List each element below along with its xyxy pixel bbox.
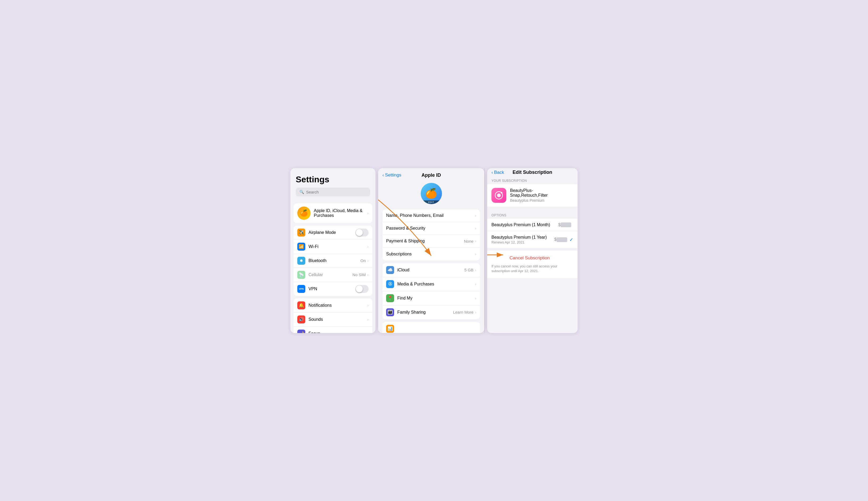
find-my-icon-bg: 📍 <box>386 294 394 302</box>
search-bar[interactable]: 🔍 <box>296 188 370 196</box>
sounds-icon-bg: 🔊 <box>297 316 305 323</box>
notifications-icon: 🔔 <box>299 303 304 308</box>
find-my-label: Find My <box>397 296 475 301</box>
sounds-item[interactable]: 🔊 Sounds › <box>294 312 372 327</box>
settings-title: Settings <box>296 174 370 184</box>
app-details: BeautyPlus-Snap,Retouch,Filter Beautyplu… <box>510 188 548 203</box>
profile-chevron: › <box>367 211 369 215</box>
app-icon <box>491 188 506 203</box>
apple-id-panel: ‹ Settings Apple ID 🍊 EDIT Name, Phone N… <box>378 168 484 333</box>
edit-badge: EDIT <box>421 200 442 204</box>
yearly-label: Beautyplus Premium (1 Year) <box>491 235 554 240</box>
password-security-label: Password & Security <box>386 226 475 231</box>
wifi-item[interactable]: 📶 Wi-Fi › <box>294 240 372 254</box>
focus-chevron: › <box>367 331 369 333</box>
bluetooth-label: Bluetooth <box>308 258 360 263</box>
icloud-label: iCloud <box>397 268 464 273</box>
cellular-chevron: › <box>367 273 369 277</box>
extra-group: 📊 <box>382 322 480 333</box>
apple-id-avatar[interactable]: 🍊 EDIT <box>421 183 442 204</box>
vpn-item[interactable]: VPN VPN <box>294 282 372 296</box>
notifications-item[interactable]: 🔔 Notifications › <box>294 298 372 312</box>
password-security-item[interactable]: Password & Security › <box>382 222 480 235</box>
bluetooth-value: On <box>360 258 366 263</box>
beautyplus-icon-svg <box>493 189 505 202</box>
apple-id-scroll: 🍊 EDIT Name, Phone Numbers, Email › Pass… <box>378 180 484 333</box>
app-subscription-tier: Beautyplus Premium <box>510 198 548 203</box>
airplane-toggle-thumb <box>356 229 363 236</box>
subscription-title: Edit Subscription <box>512 170 552 175</box>
airplane-mode-item[interactable]: ✈️ Airplane Mode <box>294 226 372 240</box>
monthly-price-blur <box>561 223 571 227</box>
vpn-toggle[interactable] <box>355 285 369 293</box>
options-header: OPTIONS <box>487 209 578 219</box>
payment-shipping-label: Payment & Shipping <box>386 239 464 244</box>
airplane-icon-bg: ✈️ <box>297 228 305 236</box>
wifi-icon-bg: 📶 <box>297 243 305 250</box>
name-phone-email-item[interactable]: Name, Phone Numbers, Email › <box>382 210 480 222</box>
yearly-option[interactable]: Beautyplus Premium (1 Year) Renews Apr 1… <box>487 231 578 248</box>
settings-panel: Settings 🔍 🍊 Apple ID, iCloud, Media & P… <box>290 168 375 333</box>
family-sharing-item[interactable]: 👨‍👩‍👦 Family Sharing Learn More › <box>382 306 480 319</box>
bluetooth-icon-bg: ✱ <box>297 257 305 265</box>
find-my-item[interactable]: 📍 Find My › <box>382 291 480 306</box>
find-my-icon: 📍 <box>388 296 393 301</box>
subscription-scroll: YOUR SUBSCRIPTION <box>487 174 578 333</box>
subscriptions-item[interactable]: Subscriptions › <box>382 248 480 260</box>
family-sharing-icon-bg: 👨‍👩‍👦 <box>386 308 394 316</box>
yearly-price-blur <box>557 237 567 242</box>
bluetooth-item[interactable]: ✱ Bluetooth On › <box>294 254 372 268</box>
profile-label: Apple ID, iCloud, Media & Purchases <box>314 209 367 218</box>
media-purchases-item[interactable]: Ⓐ Media & Purchases › <box>382 277 480 291</box>
settings-header: Settings 🔍 <box>290 168 375 203</box>
wifi-icon: 📶 <box>299 244 304 249</box>
sub-back-chevron-icon: ‹ <box>491 170 493 175</box>
app-info-row: BeautyPlus-Snap,Retouch,Filter Beautyplu… <box>487 184 578 206</box>
subscriptions-chevron: › <box>475 252 476 256</box>
cancel-subscription-button[interactable]: Cancel Subscription <box>509 255 550 261</box>
icloud-group: ☁️ iCloud 5 GB › Ⓐ Media & Purchases › 📍 <box>382 263 480 319</box>
payment-shipping-value: None <box>464 239 473 244</box>
sounds-chevron: › <box>367 317 369 322</box>
your-subscription-header: YOUR SUBSCRIPTION <box>487 174 578 184</box>
notifications-group: 🔔 Notifications › 🔊 Sounds › 🌙 F <box>294 298 372 333</box>
bluetooth-icon: ✱ <box>300 259 303 263</box>
search-input[interactable] <box>306 190 367 194</box>
yearly-renews: Renews Apr 12, 2021 <box>491 240 554 244</box>
vpn-icon-bg: VPN <box>297 285 305 293</box>
media-purchases-chevron: › <box>475 282 476 286</box>
cancel-description: If you cancel now, you can still access … <box>491 264 573 274</box>
profile-item[interactable]: 🍊 Apple ID, iCloud, Media & Purchases › <box>294 203 372 223</box>
icloud-icon: ☁️ <box>388 267 393 273</box>
apple-id-back-button[interactable]: ‹ Settings <box>382 172 401 178</box>
airplane-toggle[interactable] <box>355 228 369 236</box>
yearly-price: $ <box>554 237 567 242</box>
search-icon: 🔍 <box>299 190 304 194</box>
apple-id-menu-group: Name, Phone Numbers, Email › Password & … <box>382 210 480 260</box>
wifi-chevron: › <box>367 245 369 249</box>
airplane-icon: ✈️ <box>299 230 304 235</box>
svg-point-4 <box>501 192 502 193</box>
payment-shipping-chevron: › <box>475 239 476 243</box>
cellular-item[interactable]: 📡 Cellular No SIM › <box>294 268 372 282</box>
extra-icon-bg: 📊 <box>386 325 394 333</box>
cellular-icon: 📡 <box>299 272 304 277</box>
yearly-checkmark: ✓ <box>569 237 573 243</box>
focus-item[interactable]: 🌙 Focus › <box>294 327 372 333</box>
svg-point-3 <box>497 193 501 197</box>
media-purchases-icon: Ⓐ <box>388 282 392 287</box>
find-my-chevron: › <box>475 296 476 300</box>
icloud-item[interactable]: ☁️ iCloud 5 GB › <box>382 263 480 277</box>
family-sharing-label: Family Sharing <box>397 310 453 315</box>
media-purchases-icon-bg: Ⓐ <box>386 280 394 288</box>
sounds-label: Sounds <box>308 317 367 322</box>
extra-item[interactable]: 📊 <box>382 322 480 333</box>
monthly-option[interactable]: Beautyplus Premium (1 Month) $ <box>487 219 578 232</box>
payment-shipping-item[interactable]: Payment & Shipping None › <box>382 235 480 248</box>
subscription-back-button[interactable]: ‹ Back <box>491 170 504 175</box>
cancel-arrow-svg <box>491 255 507 261</box>
apple-id-navbar: ‹ Settings Apple ID <box>378 168 484 180</box>
cellular-icon-bg: 📡 <box>297 271 305 279</box>
settings-scroll: 🍊 Apple ID, iCloud, Media & Purchases › … <box>290 203 375 333</box>
family-sharing-chevron: › <box>475 310 476 315</box>
